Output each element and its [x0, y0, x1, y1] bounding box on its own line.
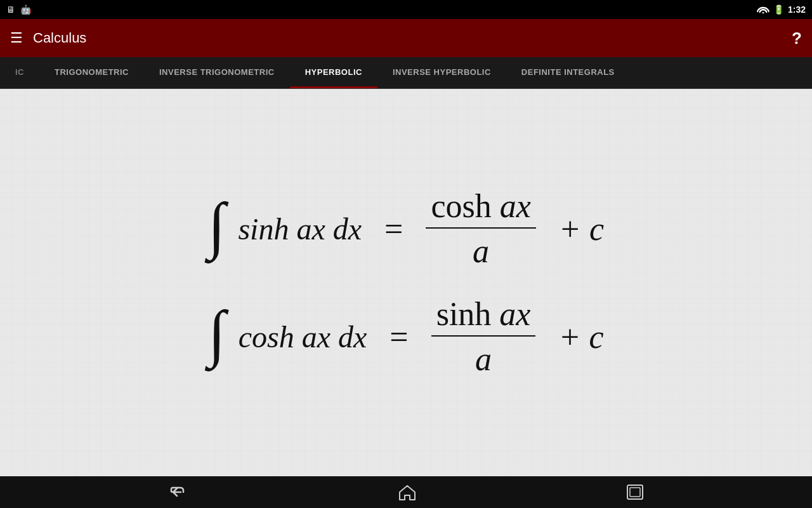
formula-1-integrand: sinh ax dx — [238, 211, 362, 246]
tab-inverse-trigonometric[interactable]: INVERSE TRIGONOMETRIC — [144, 57, 290, 88]
formula-1-fraction: cosh ax a — [426, 187, 535, 270]
integral-symbol-2: ∫ — [208, 302, 225, 365]
app-bar: ☰ Calculus ? — [0, 19, 812, 57]
formula-1-numerator: cosh ax — [426, 187, 535, 229]
formula-1-equals: = — [384, 210, 403, 248]
formula-2-fraction: sinh ax a — [431, 295, 536, 378]
formula-2: ∫ cosh ax dx = sinh ax a + c — [208, 295, 603, 378]
tab-trigonometric[interactable]: TRIGONOMETRIC — [39, 57, 144, 88]
tab-hyperbolic[interactable]: HYPERBOLIC — [290, 57, 377, 88]
formula-2-integrand: cosh ax dx — [239, 319, 367, 354]
svg-point-0 — [762, 12, 764, 13]
nav-bar — [0, 476, 812, 508]
tab-bar: IC TRIGONOMETRIC INVERSE TRIGONOMETRIC H… — [0, 57, 812, 89]
android-icon: 🤖 — [20, 4, 31, 15]
status-bar: 🖥 🤖 🔋 1:32 — [0, 0, 812, 19]
battery-icon: 🔋 — [773, 4, 784, 15]
back-button[interactable] — [168, 485, 188, 500]
formula-2-equals: = — [390, 318, 408, 356]
app-bar-left: ☰ Calculus — [10, 30, 86, 46]
formula-2-denominator: a — [475, 338, 492, 378]
formula-2-numerator: sinh ax — [431, 295, 536, 337]
recents-button[interactable] — [626, 484, 644, 500]
svg-rect-2 — [630, 488, 640, 497]
tab-inverse-hyperbolic[interactable]: INVERSE HYPERBOLIC — [377, 57, 506, 88]
app-title: Calculus — [33, 30, 86, 46]
home-button[interactable] — [398, 483, 417, 501]
content-area: ∫ sinh ax dx = cosh ax a + c ∫ cosh ax d… — [0, 89, 812, 476]
formula-1-denominator: a — [473, 230, 489, 270]
formula-2-plus-c: + c — [558, 318, 603, 356]
tab-definite-integrals[interactable]: DEFINITE INTEGRALS — [506, 57, 630, 88]
screen-icon: 🖥 — [6, 4, 15, 15]
status-bar-left: 🖥 🤖 — [6, 4, 31, 15]
formula-1: ∫ sinh ax dx = cosh ax a + c — [208, 187, 604, 270]
hamburger-menu-button[interactable]: ☰ — [10, 30, 23, 46]
status-bar-right: 🔋 1:32 — [757, 4, 806, 15]
time-display: 1:32 — [788, 4, 806, 15]
integral-symbol-1: ∫ — [208, 194, 225, 257]
help-button[interactable]: ? — [792, 29, 802, 48]
formula-1-plus-c: + c — [559, 210, 604, 248]
tab-ic[interactable]: IC — [0, 57, 39, 88]
wifi-icon — [757, 4, 769, 15]
